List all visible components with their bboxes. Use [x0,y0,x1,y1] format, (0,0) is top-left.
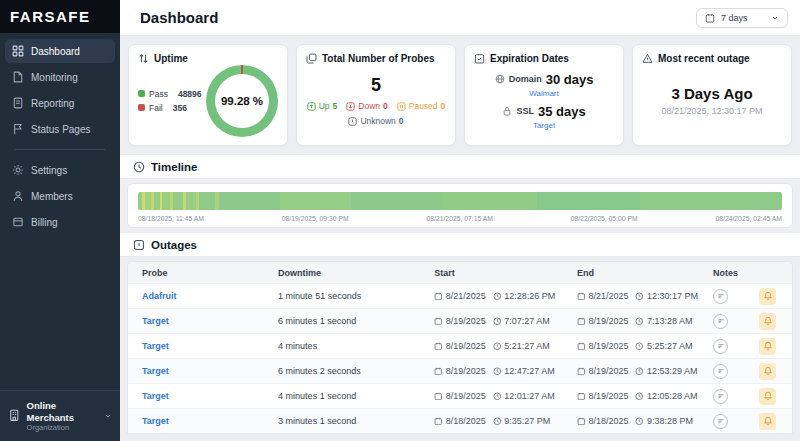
outages-table: Probe Downtime Start End Notes Adafruit … [127,261,793,434]
ssl-probe-link[interactable]: Target [533,121,555,130]
calendar-icon [434,392,443,401]
end-date: 8/19/2025 [588,341,628,351]
timeline-tick: 08/19/2025, 09:30 PM [282,215,349,222]
card-title: Most recent outage [658,53,750,64]
topbar: Dashboard 7 days [120,0,800,36]
probes-stack-icon [306,53,317,64]
timeline-panel: 08/18/2025, 11:45 AM 08/19/2025, 09:30 P… [127,183,793,228]
uptime-percent: 99.28 % [221,95,263,107]
fail-value: 356 [173,103,187,113]
end-date: 8/19/2025 [588,316,628,326]
bell-icon [763,391,773,401]
probe-down-value: 0 [383,101,388,111]
calendar-icon [434,342,443,351]
downtime-cell: 4 minutes [264,341,420,351]
domain-label: Domain [509,74,542,84]
timeline-tick: 08/21/2025, 07:15 AM [426,215,493,222]
alert-bell-button[interactable] [759,288,776,305]
notes-button[interactable] [713,289,728,304]
probe-down-icon [346,102,355,111]
end-cell: 8/21/2025 12:30:17 PM [563,291,699,301]
calendar-icon [434,292,443,301]
probe-paused-icon [397,102,406,111]
sidebar-item-billing[interactable]: Billing [5,210,115,234]
end-time: 5:25:27 AM [647,341,693,351]
pass-color-dot [138,90,145,97]
comment-icon [717,392,725,400]
calendar-icon [434,367,443,376]
probe-unknown-value: 0 [399,116,404,126]
sidebar-item-members[interactable]: Members [5,184,115,208]
clock-icon [493,342,502,351]
billing-icon [12,216,24,228]
main-content: Dashboard 7 days Uptime [120,0,800,441]
end-time: 7:13:28 AM [647,316,693,326]
sidebar-item-settings[interactable]: Settings [5,158,115,182]
sidebar-item-reporting[interactable]: Reporting [5,91,115,115]
table-row: Target 6 minutes 1 second 8/19/2025 7:07… [128,308,792,333]
end-cell: 8/19/2025 12:05:28 AM [563,391,699,401]
outages-table-wrap: Probe Downtime Start End Notes Adafruit … [120,257,800,434]
notes-button[interactable] [713,314,728,329]
start-time: 7:07:27 AM [504,316,550,326]
app-logo: FARSAFE [0,0,120,33]
org-switcher[interactable]: Online Merchants Organization [0,390,120,441]
notes-button[interactable] [713,414,728,429]
bell-icon [763,366,773,376]
start-time: 12:01:27 AM [504,391,555,401]
probe-link[interactable]: Target [142,341,169,351]
probe-link[interactable]: Target [142,316,169,326]
chevron-down-icon [771,14,779,22]
card-title: Total Number of Probes [322,53,435,64]
sidebar-item-label: Members [31,191,73,202]
sidebar-item-status-pages[interactable]: Status Pages [5,117,115,141]
probes-total: 5 [371,75,381,96]
expirations-card: Expiration Dates Domain 30 days Walmart … [464,44,624,146]
pass-value: 48896 [178,89,202,99]
timeline-bar[interactable] [138,192,782,210]
notes-button[interactable] [713,389,728,404]
probe-link[interactable]: Adafruit [142,291,177,301]
domain-probe-link[interactable]: Walmart [529,89,558,98]
timeline-title: Timeline [151,161,197,173]
notes-button[interactable] [713,364,728,379]
globe-icon [495,74,505,84]
alert-bell-button[interactable] [759,313,776,330]
domain-days: 30 days [546,72,594,87]
probe-unknown-label: Unknown [360,116,395,126]
fail-label: Fail [149,103,163,113]
sidebar-item-label: Settings [31,165,67,176]
sidebar-item-monitoring[interactable]: Monitoring [5,65,115,89]
downtime-cell: 6 minutes 2 seconds [264,366,420,376]
clock-icon [635,342,644,351]
probe-link[interactable]: Target [142,416,169,426]
notes-button[interactable] [713,339,728,354]
table-row: Target 3 minutes 1 second 8/18/2025 9:35… [128,408,792,433]
alert-bell-button[interactable] [759,413,776,430]
end-cell: 8/18/2025 9:38:28 PM [563,416,699,426]
clock-icon [493,417,502,426]
start-cell: 8/19/2025 5:21:27 AM [420,341,563,351]
ssl-label: SSL [516,106,534,116]
probe-unknown-icon [348,117,357,126]
org-type: Organization [27,423,98,432]
person-icon [12,190,24,202]
uptime-legend: Pass 48896 Fail 356 [138,85,202,117]
alert-bell-button[interactable] [759,388,776,405]
date-range-selector[interactable]: 7 days [696,8,788,28]
alert-bell-button[interactable] [759,363,776,380]
col-end: End [563,268,699,278]
alert-bell-button[interactable] [759,338,776,355]
clock-icon [635,417,644,426]
timeline-ticks: 08/18/2025, 11:45 AM 08/19/2025, 09:30 P… [138,215,782,222]
table-row: Target 6 minutes 2 seconds 8/19/2025 12:… [128,358,792,383]
clock-icon [493,317,502,326]
probe-link[interactable]: Target [142,366,169,376]
bell-icon [763,341,773,351]
sidebar-item-dashboard[interactable]: Dashboard [5,39,115,63]
start-date: 8/19/2025 [446,366,486,376]
probe-down-label: Down [358,101,380,111]
probe-link[interactable]: Target [142,391,169,401]
probe-up-icon [307,102,316,111]
recent-outage-card: Most recent outage 3 Days Ago 08/21/2025… [632,44,792,146]
